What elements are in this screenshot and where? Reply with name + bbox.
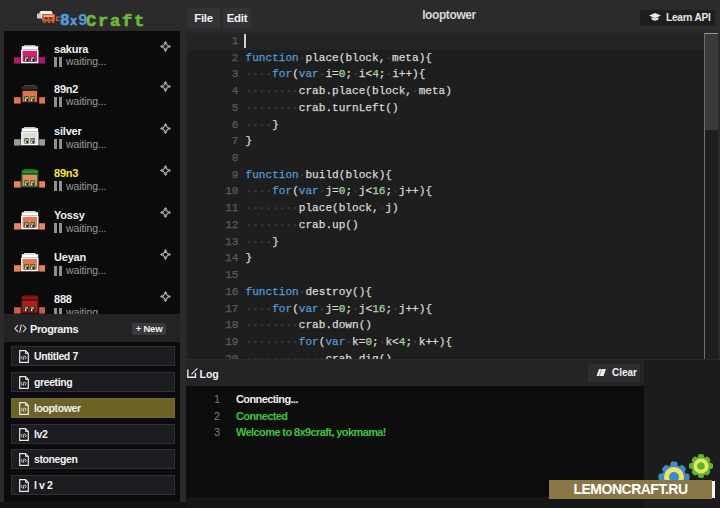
svg-text:Craft: Craft	[86, 11, 146, 30]
svg-text:8: 8	[60, 12, 70, 30]
svg-text:x: x	[70, 15, 77, 29]
